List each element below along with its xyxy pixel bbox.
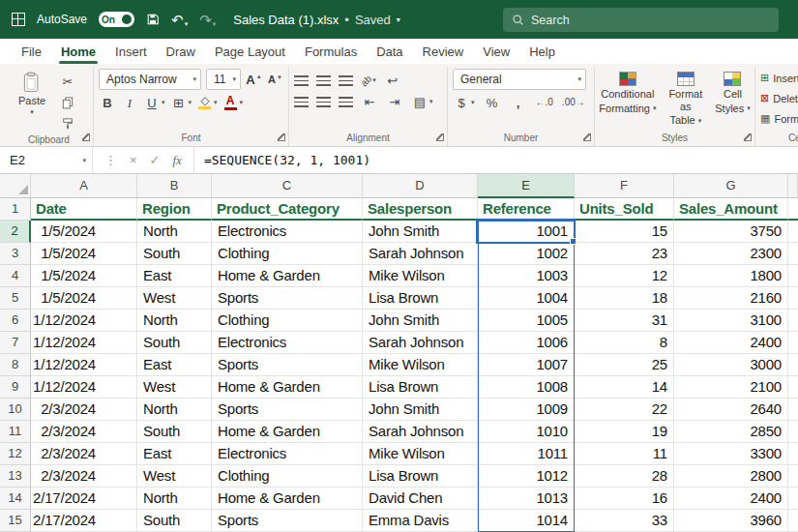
name-box[interactable]: E2 ▾: [0, 147, 93, 173]
number-format-select[interactable]: General ▾: [453, 69, 586, 90]
cell-B9[interactable]: West: [137, 376, 212, 399]
cell-E5[interactable]: 1004: [478, 287, 575, 310]
cell-D14[interactable]: David Chen: [363, 488, 478, 510]
cell-B15[interactable]: South: [137, 510, 212, 532]
cell-C11[interactable]: Home & Garden: [212, 421, 363, 443]
undo-button[interactable]: ↶ ▾: [171, 13, 188, 27]
cell-F7[interactable]: 8: [575, 332, 674, 354]
app-launcher-icon[interactable]: [12, 13, 25, 26]
cell-E9[interactable]: 1008: [478, 376, 575, 399]
cell-C1[interactable]: Product_Category: [212, 198, 363, 221]
cell-E14[interactable]: 1013: [478, 488, 575, 510]
cell-A4[interactable]: 1/5/2024: [31, 265, 137, 287]
autosave-toggle[interactable]: On: [99, 12, 134, 27]
row-header-12[interactable]: 12: [0, 443, 31, 465]
row-header-6[interactable]: 6: [0, 310, 31, 332]
delete-cells-button[interactable]: ⊠ Delete: [760, 90, 798, 106]
cell-D2[interactable]: John Smith: [363, 221, 478, 243]
cell-C10[interactable]: Sports: [212, 399, 363, 421]
row-header-11[interactable]: 11: [0, 421, 31, 443]
cell-C14[interactable]: Home & Garden: [212, 488, 363, 510]
styles-dialog-launcher-icon[interactable]: [744, 133, 752, 141]
column-header-B[interactable]: B: [137, 174, 212, 198]
cell-E10[interactable]: 1009: [478, 399, 575, 421]
cell-A3[interactable]: 1/5/2024: [31, 243, 137, 265]
row-header-3[interactable]: 3: [0, 243, 31, 265]
format-cells-button[interactable]: ▦ Format: [760, 110, 798, 127]
number-dialog-launcher-icon[interactable]: [583, 133, 591, 141]
merge-center-button[interactable]: ▤ ▾: [411, 93, 433, 110]
document-title[interactable]: Sales Data (1).xlsx • Saved ▾: [233, 13, 400, 27]
cell-G7[interactable]: 2400: [674, 332, 788, 354]
row-header-14[interactable]: 14: [0, 488, 31, 510]
column-header-F[interactable]: F: [575, 174, 674, 198]
cell-F9[interactable]: 14: [575, 376, 674, 399]
cell-B5[interactable]: West: [137, 287, 212, 310]
paste-button[interactable]: Paste ▾: [10, 69, 54, 133]
save-button[interactable]: [146, 13, 160, 26]
cell-F3[interactable]: 23: [575, 243, 674, 265]
cell-B7[interactable]: South: [137, 332, 212, 354]
format-painter-button[interactable]: [59, 115, 76, 133]
cell-G12[interactable]: 3300: [674, 443, 788, 465]
orientation-button[interactable]: ab ▾: [361, 75, 376, 86]
row-header-2[interactable]: 2: [0, 221, 31, 243]
cell-C4[interactable]: Home & Garden: [212, 265, 363, 287]
align-right-icon[interactable]: [339, 97, 353, 107]
cell-E12[interactable]: 1011: [478, 443, 575, 465]
copy-button[interactable]: [59, 94, 76, 111]
cell-B3[interactable]: South: [137, 243, 212, 265]
cell-E7[interactable]: 1006: [478, 332, 575, 354]
row-header-13[interactable]: 13: [0, 465, 31, 488]
cell-E1[interactable]: Reference: [478, 198, 575, 221]
comma-style-button[interactable]: ,: [510, 94, 527, 111]
cell-G4[interactable]: 1800: [674, 265, 788, 287]
cell-F13[interactable]: 28: [575, 465, 674, 488]
cell-A15[interactable]: 2/17/2024: [31, 510, 137, 532]
font-size-select[interactable]: 11 ▾: [206, 69, 241, 90]
cell-A6[interactable]: 1/12/2024: [31, 310, 137, 332]
cell-G13[interactable]: 2800: [674, 465, 788, 488]
row-header-9[interactable]: 9: [0, 376, 31, 399]
menu-tab-file[interactable]: File: [12, 39, 51, 64]
row-header-7[interactable]: 7: [0, 332, 31, 354]
menu-tab-review[interactable]: Review: [413, 39, 474, 64]
align-top-icon[interactable]: [294, 75, 309, 86]
cell-D15[interactable]: Emma Davis: [363, 510, 478, 532]
fill-color-button[interactable]: ▾: [196, 94, 218, 111]
cell-E6[interactable]: 1005: [478, 310, 575, 332]
cell-B12[interactable]: East: [137, 443, 212, 465]
cell-F15[interactable]: 33: [575, 510, 674, 532]
cell-B14[interactable]: North: [137, 488, 212, 510]
cell-G2[interactable]: 3750: [674, 221, 788, 243]
percent-style-button[interactable]: %: [484, 94, 501, 111]
cell-E11[interactable]: 1010: [478, 421, 575, 443]
cell-E13[interactable]: 1012: [478, 465, 575, 488]
redo-button[interactable]: ↷ ▾: [199, 13, 216, 27]
row-header-5[interactable]: 5: [0, 287, 31, 310]
cell-F11[interactable]: 19: [575, 421, 674, 443]
cell-F5[interactable]: 18: [575, 287, 674, 310]
row-header-1[interactable]: 1: [0, 198, 31, 221]
cell-D1[interactable]: Salesperson: [363, 198, 478, 221]
cell-A5[interactable]: 1/5/2024: [31, 287, 137, 310]
formula-input[interactable]: =SEQUENCE(32, 1, 1001): [194, 147, 370, 173]
increase-decimal-button[interactable]: ←.0: [536, 94, 553, 111]
format-as-table-button[interactable]: Format as Table ▾: [665, 69, 706, 131]
cell-B6[interactable]: North: [137, 310, 212, 332]
select-all-corner[interactable]: [0, 174, 31, 198]
cell-A8[interactable]: 1/12/2024: [31, 354, 137, 376]
align-center-icon[interactable]: [316, 97, 331, 107]
cell-E3[interactable]: 1002: [478, 243, 575, 265]
font-name-select[interactable]: Aptos Narrow ▾: [99, 69, 201, 90]
cell-D10[interactable]: John Smith: [363, 399, 478, 421]
menu-tab-home[interactable]: Home: [51, 39, 105, 64]
cell-D7[interactable]: Sarah Johnson: [363, 332, 478, 354]
menu-tab-help[interactable]: Help: [519, 39, 565, 64]
cell-B10[interactable]: North: [137, 399, 212, 421]
cell-A12[interactable]: 2/3/2024: [31, 443, 137, 465]
cell-D6[interactable]: John Smith: [363, 310, 478, 332]
cell-D12[interactable]: Mike Wilson: [363, 443, 478, 465]
menu-tab-page-layout[interactable]: Page Layout: [205, 39, 295, 64]
wrap-text-button[interactable]: ↩: [384, 72, 401, 89]
